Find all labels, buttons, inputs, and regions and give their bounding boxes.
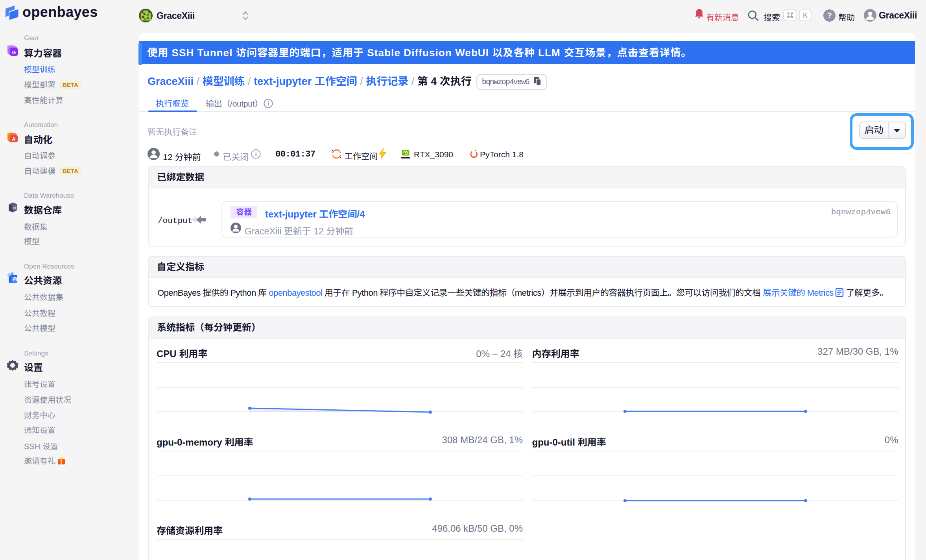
svg-text:G: G	[12, 50, 16, 55]
svg-text:A: A	[12, 136, 16, 142]
svg-text:D: D	[13, 206, 16, 210]
svg-text:O: O	[13, 278, 16, 282]
